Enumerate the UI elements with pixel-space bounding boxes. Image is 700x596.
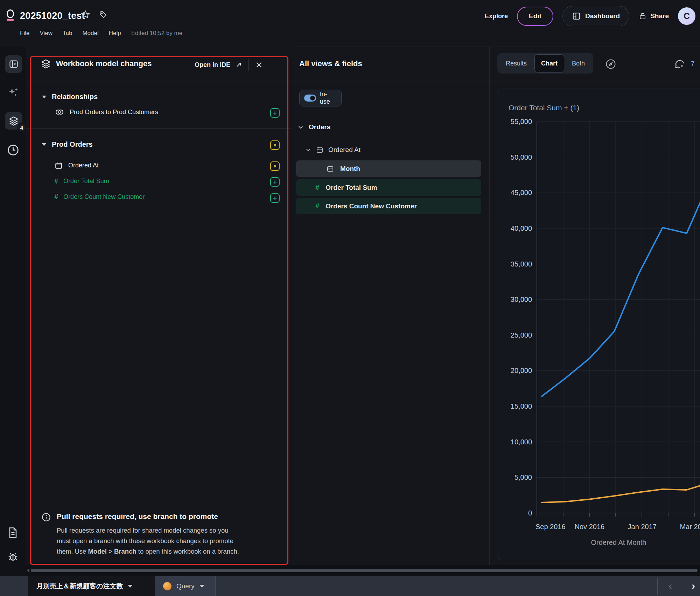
favorite-star-icon[interactable]	[80, 10, 90, 20]
lock-icon	[638, 12, 647, 20]
close-panel-button[interactable]	[254, 60, 264, 69]
layers-icon	[8, 116, 19, 126]
chevron-down-icon	[42, 96, 46, 98]
layers-icon	[41, 58, 51, 69]
svg-text:30,000: 30,000	[511, 296, 532, 303]
svg-text:40,000: 40,000	[511, 224, 532, 232]
external-link-icon	[234, 61, 243, 69]
tab-chart[interactable]: Chart	[534, 54, 564, 72]
history-clock-icon[interactable]	[7, 144, 20, 157]
notice-body: Pull requests are required for shared mo…	[57, 525, 284, 557]
collapse-panel-button[interactable]	[5, 55, 22, 73]
toggle-switch[interactable]	[304, 95, 316, 102]
tree-item-ordered-at[interactable]: Ordered At	[305, 146, 360, 154]
collapse-sidebar-icon	[9, 59, 19, 69]
horizontal-scrollbar[interactable]	[26, 565, 700, 576]
in-use-label: In-use	[320, 91, 337, 105]
field-row-ordered-at[interactable]: Ordered At	[54, 161, 99, 170]
chevron-down-icon	[42, 143, 46, 146]
menu-view[interactable]: View	[40, 30, 52, 37]
menu-model[interactable]: Model	[82, 30, 98, 37]
fields-panel-title: All views & fields	[299, 59, 362, 68]
sigma-logo	[7, 9, 14, 21]
next-page-button[interactable]: ›	[692, 581, 695, 591]
field-row-order-total-sum[interactable]: # Order Total Sum	[296, 179, 481, 196]
x-axis-label: Ordered At Month	[537, 539, 700, 547]
change-modified-badge	[270, 161, 280, 171]
explore-compass-icon[interactable]	[605, 58, 616, 70]
comments-ai-icon[interactable]	[674, 58, 686, 70]
tab-dropdown-arrow[interactable]	[200, 585, 204, 588]
workbook-title: 20251020_test	[20, 11, 85, 21]
svg-text:35,000: 35,000	[511, 260, 532, 268]
workbook-model-changes-panel	[26, 47, 291, 565]
planet-icon	[163, 582, 172, 590]
scrollbar-thumb[interactable]	[31, 569, 698, 572]
open-in-ide-button[interactable]: Open in IDE	[195, 61, 243, 69]
chart-title: Order Total Sum + (1)	[509, 104, 579, 112]
field-row-orders-count-new-customer[interactable]: # Orders Count New Customer	[296, 198, 481, 214]
dashboard-button[interactable]: Dashboard	[562, 6, 629, 26]
relationship-item[interactable]: Prod Orders to Prod Customers	[54, 107, 158, 117]
number-field-icon: #	[315, 183, 319, 192]
svg-text:10,000: 10,000	[511, 438, 532, 446]
page-tab-active[interactable]: 月別売上＆新規顧客の注文数	[28, 576, 155, 596]
tab-both[interactable]: Both	[566, 54, 591, 72]
in-use-toggle[interactable]: In-use	[299, 90, 342, 106]
scroll-left-arrow[interactable]	[27, 568, 29, 573]
tags-icon[interactable]	[99, 10, 108, 19]
change-added-badge: +	[270, 193, 280, 203]
close-icon	[254, 60, 264, 69]
tab-results[interactable]: Results	[499, 54, 533, 72]
share-button[interactable]: Share	[638, 12, 669, 20]
menu-tab[interactable]: Tab	[63, 30, 72, 37]
number-field-icon: #	[54, 177, 58, 185]
divider	[248, 59, 249, 71]
tree-root-orders[interactable]: Orders	[298, 123, 330, 131]
edited-status: Edited 10:52 by me	[131, 30, 182, 37]
line-chart: 05,00010,00015,00020,00025,00030,00035,0…	[497, 89, 700, 560]
svg-text:Nov 2016: Nov 2016	[575, 523, 605, 531]
field-row-orders-count-new-customer[interactable]: # Orders Count New Customer	[54, 193, 145, 201]
app-window: 20251020_test File View Tab Model Help E…	[0, 0, 700, 596]
page-tab-query[interactable]: Query	[155, 576, 216, 596]
dashboard-grid-icon	[572, 12, 581, 21]
tab-dropdown-arrow[interactable]	[128, 585, 133, 588]
svg-text:25,000: 25,000	[511, 331, 532, 339]
svg-text:45,000: 45,000	[511, 189, 532, 196]
changes-count-badge: 4	[18, 123, 26, 132]
menu-help[interactable]: Help	[109, 30, 121, 37]
chevron-down-icon	[298, 124, 304, 130]
prev-page-button[interactable]: ‹	[668, 581, 672, 591]
calendar-icon	[316, 146, 324, 154]
svg-text:5,000: 5,000	[514, 473, 532, 481]
document-icon[interactable]	[7, 526, 19, 539]
svg-text:0: 0	[528, 509, 532, 517]
change-modified-badge	[270, 140, 280, 150]
bug-icon[interactable]	[7, 550, 19, 563]
change-added-badge: +	[270, 108, 280, 118]
edit-button[interactable]: Edit	[517, 7, 553, 26]
user-avatar[interactable]: C	[678, 7, 695, 25]
svg-text:20,000: 20,000	[511, 367, 532, 374]
notification-count[interactable]: 7	[691, 60, 695, 68]
svg-text:50,000: 50,000	[511, 153, 532, 161]
calendar-icon	[54, 161, 63, 170]
svg-text:Mar 2017: Mar 2017	[680, 523, 700, 531]
calendar-icon	[326, 165, 334, 173]
chevron-down-icon	[305, 147, 311, 153]
svg-text:Sep 2016: Sep 2016	[536, 523, 566, 531]
explore-button[interactable]: Explore	[485, 13, 508, 20]
link-rings-icon	[54, 107, 65, 117]
field-row-order-total-sum[interactable]: # Order Total Sum	[54, 177, 109, 185]
model-changes-button[interactable]: 4	[5, 112, 22, 130]
chart-card: Order Total Sum + (1) 05,00010,00015,000…	[497, 89, 700, 560]
menu-file[interactable]: File	[20, 30, 29, 37]
svg-text:15,000: 15,000	[511, 402, 532, 410]
ai-sparkles-icon[interactable]	[7, 86, 20, 99]
relationships-section-header[interactable]: Relationships	[42, 93, 98, 101]
number-field-icon: #	[315, 202, 319, 210]
prod-orders-section-header[interactable]: Prod Orders	[42, 140, 93, 148]
field-row-month[interactable]: Month	[296, 160, 481, 177]
svg-text:Jan 2017: Jan 2017	[628, 523, 657, 531]
